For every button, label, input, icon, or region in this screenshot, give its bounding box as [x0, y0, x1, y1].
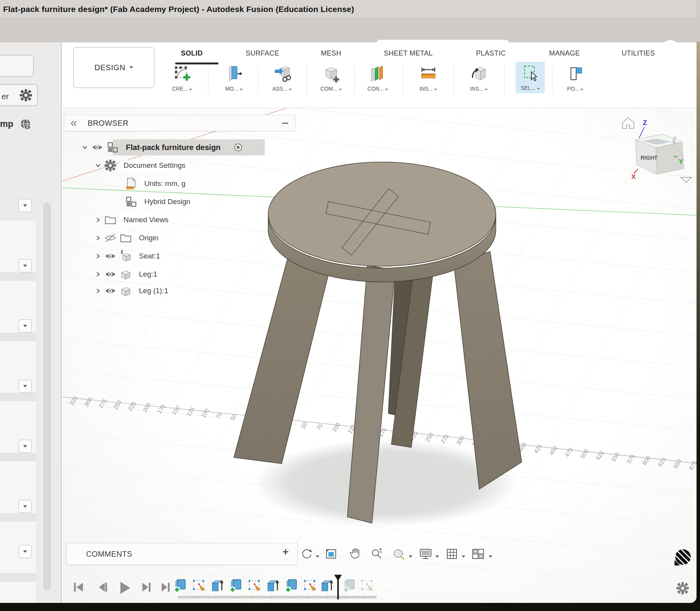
ribbon-tab-plastic[interactable]: PLASTIC: [476, 49, 506, 57]
orbit-icon[interactable]: [299, 546, 315, 562]
timeline-playhead-handle[interactable]: [334, 575, 342, 581]
browser-row-root[interactable]: Flat-pack furniture design: [82, 140, 243, 155]
eye-icon[interactable]: [104, 268, 117, 280]
tool-assemble[interactable]: ASS...: [267, 64, 297, 92]
ribbon-tab-mesh[interactable]: MESH: [321, 49, 341, 57]
ruler-label: 425: [532, 443, 543, 454]
browser-row-hybrid-design[interactable]: Hybrid Design: [125, 194, 194, 209]
timeline-feature-sketch[interactable]: [303, 578, 318, 593]
collapse-panel-icon[interactable]: [71, 120, 77, 127]
ribbon-tab-solid[interactable]: SOLID: [181, 49, 203, 57]
design-workspace-button[interactable]: DESIGN: [73, 47, 154, 88]
panel-field[interactable]: [0, 55, 34, 77]
minimize-panel-icon[interactable]: [282, 123, 288, 124]
activate-radio-icon[interactable]: [233, 142, 243, 152]
timeline-feature-extrude[interactable]: [210, 578, 225, 593]
tool-inspect[interactable]: INS...: [414, 64, 443, 92]
eye-icon[interactable]: [104, 250, 117, 262]
ruler-label: 225: [127, 400, 137, 412]
viewports-icon[interactable]: [470, 546, 486, 562]
panel-dropdown-button[interactable]: [19, 259, 32, 272]
eye-off-icon[interactable]: [104, 232, 117, 244]
timeline-feature-new-component[interactable]: [173, 578, 188, 593]
pan-icon[interactable]: [347, 546, 364, 562]
timeline-step-back-icon[interactable]: [95, 580, 110, 595]
ribbon-tab-utilities[interactable]: UTILITIES: [622, 49, 655, 57]
tool-create[interactable]: CRE...: [167, 64, 197, 92]
timeline-step-forward-icon[interactable]: [139, 580, 154, 595]
browser-row-origin[interactable]: Origin: [95, 230, 162, 246]
timeline-feature-extrude[interactable]: [320, 578, 335, 593]
tool-configure-a[interactable]: COM...: [316, 64, 346, 92]
panel-dropdown-button[interactable]: [19, 380, 32, 393]
fit-icon[interactable]: [391, 546, 407, 562]
chevron-down-icon[interactable]: [95, 162, 101, 169]
tool-insert[interactable]: INS...: [464, 64, 494, 92]
timeline-feature-new-component[interactable]: [342, 578, 357, 593]
eye-icon[interactable]: [91, 141, 103, 154]
tool-select[interactable]: SEL...: [516, 62, 545, 93]
fit-dropdown-icon[interactable]: [409, 552, 413, 559]
timeline-feature-extrude[interactable]: [265, 578, 281, 593]
grid-snap-icon[interactable]: [444, 546, 460, 562]
titlebar: Flat-pack furniture design* (Fab Academy…: [0, 0, 697, 19]
comments-bar[interactable]: COMMENTS +: [66, 543, 298, 565]
tool-modify[interactable]: MO...: [219, 64, 249, 92]
canvas-3d-viewport[interactable]: 3253002752502252001751501251007550252550…: [63, 108, 697, 603]
browser-title: BROWSER: [88, 119, 129, 128]
panel-dropdown-button[interactable]: [19, 319, 32, 333]
chevron-right-icon[interactable]: [95, 288, 101, 294]
ribbon-tab-sheet-metal[interactable]: SHEET METAL: [384, 49, 433, 57]
panel-scrollbar[interactable]: [43, 203, 51, 590]
display-settings-icon[interactable]: [418, 546, 434, 562]
browser-row-leg1[interactable]: Leg:1: [95, 267, 161, 282]
viewports-dropdown-icon[interactable]: [489, 552, 492, 559]
timeline-go-end-icon[interactable]: [159, 580, 174, 595]
panel-dropdown-button[interactable]: [19, 199, 32, 212]
grid-dropdown-icon[interactable]: [462, 552, 465, 559]
timeline-feature-sketch[interactable]: [360, 578, 375, 593]
add-comment-button[interactable]: +: [282, 546, 289, 558]
chevron-down-icon[interactable]: [82, 144, 88, 150]
timeline-feature-new-component[interactable]: [284, 578, 299, 593]
timeline-ruler[interactable]: [178, 596, 377, 599]
orbit-dropdown-icon[interactable]: [316, 552, 320, 559]
panel-dropdown-button[interactable]: [19, 545, 32, 558]
globe-eye-icon[interactable]: [19, 118, 32, 131]
view-cube[interactable]: Z TOP RIGHT Y X: [615, 109, 697, 188]
timeline-feature-sketch[interactable]: [191, 578, 207, 593]
timeline-play-icon[interactable]: [117, 580, 131, 595]
browser-header[interactable]: BROWSER: [64, 115, 296, 131]
tool-position[interactable]: PO...: [561, 64, 590, 92]
gear-icon[interactable]: [19, 89, 32, 102]
look-at-icon[interactable]: [323, 546, 340, 562]
timeline-playhead[interactable]: [337, 579, 339, 599]
browser-row-leg2[interactable]: Leg (1):1: [95, 283, 172, 299]
browser-row-document-settings[interactable]: Document Settings: [95, 158, 189, 173]
view-cube-menu-icon[interactable]: [681, 177, 692, 182]
stool-seat-top[interactable]: [268, 162, 496, 266]
tool-configure-b[interactable]: CON...: [363, 64, 392, 92]
timeline-feature-sketch[interactable]: [247, 578, 262, 593]
ruler-label: 650: [672, 458, 683, 469]
panel-dropdown-button[interactable]: [19, 440, 32, 453]
browser-row-seat[interactable]: Seat:1: [95, 248, 164, 264]
browser-row-named-views[interactable]: Named Views: [95, 212, 172, 228]
eye-icon[interactable]: [104, 285, 117, 297]
chevron-right-icon[interactable]: [95, 235, 101, 241]
settings-gear-icon[interactable]: [676, 582, 689, 595]
ribbon-tab-manage[interactable]: MANAGE: [549, 49, 580, 57]
browser-row-units[interactable]: Units: mm, g: [125, 176, 189, 191]
zoom-icon[interactable]: [369, 546, 385, 562]
panel-dropdown-button[interactable]: [19, 500, 32, 513]
chevron-right-icon[interactable]: [95, 271, 101, 277]
timeline-go-start-icon[interactable]: [71, 580, 86, 595]
chevron-right-icon[interactable]: [95, 253, 101, 259]
timeline-feature-new-component[interactable]: [228, 578, 244, 593]
home-view-icon[interactable]: [622, 118, 634, 128]
display-dropdown-icon[interactable]: [435, 552, 439, 559]
feedback-badge-icon[interactable]: [675, 549, 691, 565]
ribbon-tab-surface[interactable]: SURFACE: [245, 49, 279, 57]
chevron-right-icon[interactable]: [95, 217, 101, 223]
body-icon: [120, 285, 132, 297]
